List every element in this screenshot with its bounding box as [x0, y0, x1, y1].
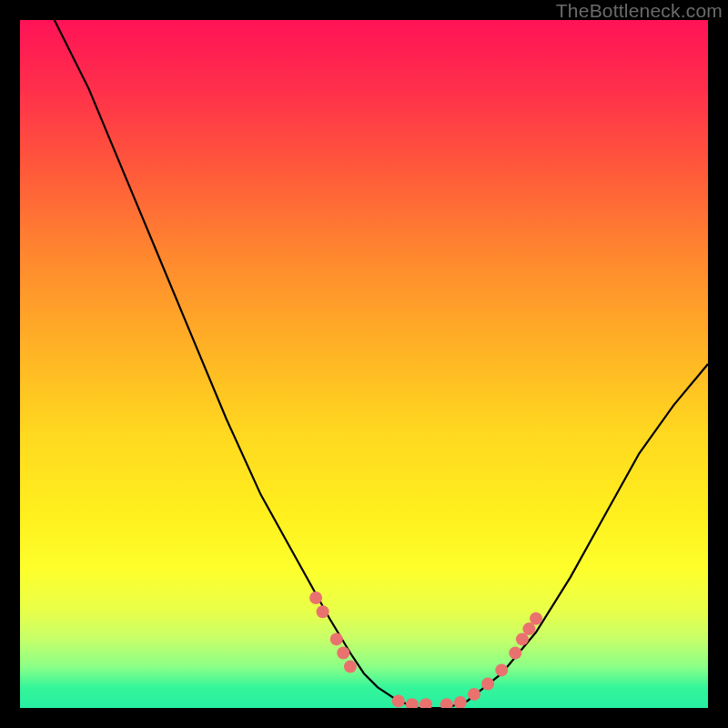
data-marker: [481, 678, 494, 691]
data-marker: [509, 647, 521, 660]
data-marker: [420, 698, 432, 708]
marker-group: [309, 592, 542, 708]
data-marker: [522, 622, 535, 635]
curve-layer: [20, 20, 708, 708]
data-marker: [392, 694, 405, 707]
data-marker: [344, 661, 357, 673]
data-marker: [309, 592, 322, 604]
data-marker: [530, 612, 542, 625]
plot-area: [20, 20, 708, 708]
chart-stage: TheBottleneck.com: [0, 0, 728, 728]
data-marker: [330, 632, 343, 645]
watermark-text: TheBottleneck.com: [556, 0, 723, 22]
data-marker: [406, 698, 419, 708]
data-marker: [337, 647, 349, 660]
bottleneck-curve: [55, 20, 708, 708]
data-marker: [317, 605, 329, 618]
data-marker: [440, 698, 453, 708]
data-marker: [454, 696, 467, 708]
data-marker: [468, 688, 480, 701]
data-marker: [495, 663, 508, 676]
